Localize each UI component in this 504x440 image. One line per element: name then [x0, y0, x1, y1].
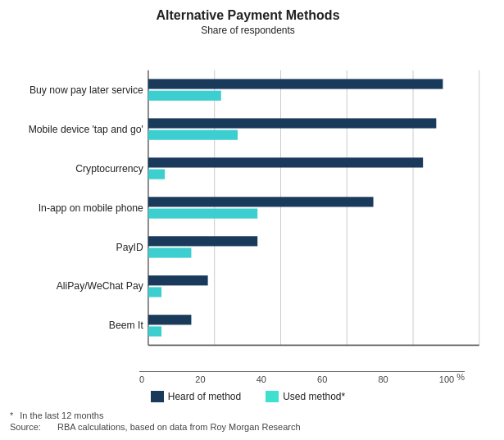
svg-text:AliPay/WeChat Pay: AliPay/WeChat Pay [57, 280, 144, 292]
svg-rect-17 [148, 209, 257, 219]
x-tick: 0 [139, 374, 144, 384]
svg-rect-22 [148, 275, 208, 285]
footnote: * In the last 12 months Source: RBA calc… [8, 411, 488, 432]
x-tick: 80 [378, 374, 388, 384]
legend-heard: Heard of method [151, 391, 241, 402]
x-axis-row: 020406080100 % [139, 371, 465, 384]
x-tick: 60 [317, 374, 327, 384]
percent-symbol: % [456, 372, 465, 384]
svg-rect-14 [148, 170, 165, 179]
svg-rect-8 [148, 91, 221, 101]
svg-rect-10 [148, 118, 436, 128]
legend-used: Used method* [266, 391, 345, 402]
legend-heard-box [151, 391, 164, 402]
svg-text:Mobile device 'tap and go': Mobile device 'tap and go' [29, 124, 143, 135]
svg-rect-13 [148, 157, 423, 167]
svg-text:Cryptocurrency: Cryptocurrency [75, 163, 144, 175]
svg-rect-19 [148, 236, 257, 246]
source-line: Source: RBA calculations, based on data … [10, 422, 488, 432]
svg-rect-20 [148, 247, 192, 257]
asterisk-symbol: * [10, 411, 13, 420]
svg-rect-11 [148, 130, 238, 140]
x-tick: 40 [257, 374, 266, 384]
svg-text:PayID: PayID [116, 242, 143, 253]
asterisk-text: In the last 12 months [20, 411, 103, 420]
svg-text:Beem It: Beem It [109, 320, 144, 331]
svg-rect-7 [148, 79, 443, 88]
legend-heard-label: Heard of method [168, 391, 241, 402]
x-tick: 100 [439, 374, 454, 384]
svg-text:Buy now pay later service: Buy now pay later service [30, 84, 143, 96]
x-axis-ticks: 020406080100 [139, 372, 454, 384]
source-label: Source: [10, 422, 51, 432]
footnote-asterisk-line: * In the last 12 months [10, 411, 488, 420]
chart-subtitle: Share of respondents [8, 25, 488, 36]
svg-rect-26 [148, 326, 161, 336]
svg-rect-16 [148, 197, 374, 206]
source-text: RBA calculations, based on data from Roy… [57, 422, 301, 432]
svg-text:In-app on mobile phone: In-app on mobile phone [39, 202, 143, 214]
svg-rect-23 [148, 287, 161, 297]
chart-title: Alternative Payment Methods [8, 8, 488, 23]
legend: Heard of method Used method* [8, 391, 488, 402]
chart-container: Alternative Payment Methods Share of res… [0, 0, 504, 440]
legend-used-box [266, 391, 279, 402]
main-chart-svg: Buy now pay later serviceMobile device '… [8, 44, 488, 371]
legend-used-label: Used method* [283, 391, 345, 402]
x-tick: 20 [195, 374, 205, 384]
svg-rect-25 [148, 315, 192, 324]
